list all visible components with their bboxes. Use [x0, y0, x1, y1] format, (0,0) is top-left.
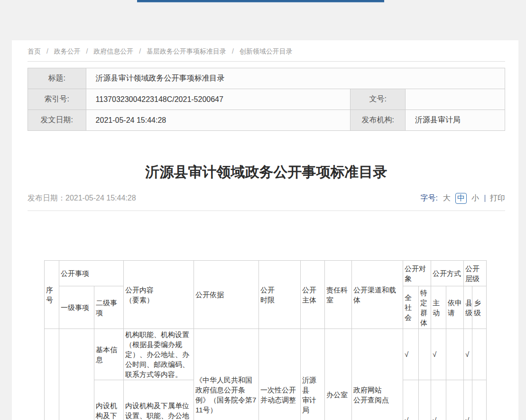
col-header-department: 责任科 室 — [325, 261, 352, 329]
cell-level2-item: 基本信 息 — [94, 329, 124, 380]
col-header-on-request: 依申 请 — [446, 286, 464, 329]
meta-agency-label: 发布机构: — [351, 110, 406, 131]
cell-content: 内设机构及下属单位设置、职能、办公地址、办公时间、联系方式、负责人姓名等 — [124, 380, 194, 420]
meta-title-value: 沂源县审计领域政务公开事项标准目录 — [86, 68, 505, 89]
breadcrumb-separator: / — [139, 47, 141, 55]
cell-content: 机构职能、机构设置（根据县委编办规定）、办公地址、办公时间、邮政编码、联系方式等… — [124, 329, 194, 380]
cell-on-request-check — [446, 380, 464, 420]
cell-time-limit: 一次性公开 并动态调整 — [259, 329, 301, 420]
page-title: 沂源县审计领域政务公开事项标准目录 — [28, 164, 505, 180]
font-size-medium-button[interactable]: 中 — [455, 193, 467, 204]
font-size-small-button[interactable]: 小 — [471, 193, 479, 203]
print-button[interactable]: 打印 — [490, 193, 505, 203]
cell-specific-group-check — [419, 380, 431, 420]
cell-county-check: √ — [464, 329, 472, 380]
meta-index-label: 索引号: — [28, 89, 86, 110]
cell-subject: 沂源县 审计局 — [301, 329, 325, 420]
breadcrumb-xinxi-gongkai[interactable]: 政府信息公开 — [93, 47, 133, 55]
col-header-serial: 序 号 — [45, 261, 59, 329]
meta-docnum-value — [405, 89, 505, 110]
font-size-controls: 字号: 大 中 小 打印 — [421, 193, 505, 204]
col-header-proactive: 主 动 — [431, 286, 446, 329]
col-header-content: 公开内容 （要素） — [124, 261, 194, 329]
publish-date: 发布日期：2021-05-24 15:44:28 — [28, 193, 136, 203]
cell-township-check — [472, 380, 487, 420]
breadcrumb-home[interactable]: 首页 — [28, 47, 41, 55]
document-meta-table: 标题: 沂源县审计领域政务公开事项标准目录 索引号: 1137032300422… — [28, 68, 505, 131]
cell-county-check: √ — [464, 380, 472, 420]
breadcrumb-separator: / — [86, 47, 88, 55]
meta-docnum-label: 文号: — [351, 89, 406, 110]
col-header-subject: 公开 主体 — [301, 261, 325, 329]
breadcrumb-biaozhun-mulu[interactable]: 基层政务公开事项标准目录 — [147, 47, 226, 55]
col-header-whole-society: 全社 会 — [403, 286, 419, 329]
cell-proactive-check: √ — [431, 380, 446, 420]
cell-serial — [45, 329, 59, 420]
font-size-large-button[interactable]: 大 — [443, 193, 451, 203]
col-header-level1-item: 一级事项 — [59, 286, 94, 329]
top-nav-bar-edge — [137, 0, 384, 2]
col-header-level2-item: 二级事 项 — [94, 286, 124, 329]
divider-line — [28, 210, 505, 211]
breadcrumb-zhengwu[interactable]: 政务公开 — [54, 47, 81, 55]
col-header-specific-group: 特 定 群 体 — [419, 286, 431, 329]
catalog-table: 序 号 公开事项 公开内容 （要素） 公开依据 公开 时限 公开 主体 责任科 … — [44, 260, 487, 420]
col-header-disclosure-items: 公开事项 — [59, 261, 124, 286]
cell-proactive-check: √ — [431, 329, 446, 380]
col-header-time-limit: 公开 时限 — [259, 261, 301, 329]
meta-title-label: 标题: — [28, 68, 86, 89]
col-header-county-level: 县 级 — [464, 286, 472, 329]
breadcrumb: 首页 / 政务公开 / 政府信息公开 / 基层政务公开事项标准目录 / 创新领域… — [28, 47, 505, 62]
font-size-label: 字号: — [421, 193, 438, 203]
cell-on-request-check — [446, 329, 464, 380]
meta-agency-value: 沂源县审计局 — [405, 110, 505, 131]
meta-date-value: 2021-05-24 15:44:28 — [86, 110, 351, 131]
breadcrumb-separator: / — [232, 47, 234, 55]
col-header-basis: 公开依据 — [194, 261, 259, 329]
content-panel: 首页 / 政务公开 / 政府信息公开 / 基层政务公开事项标准目录 / 创新领域… — [12, 40, 518, 420]
cell-level1-item — [59, 329, 94, 420]
cell-department: 办公室 — [325, 329, 352, 420]
cell-level2-item: 内设机构及下属事业单位 — [94, 380, 124, 420]
table-row: 基本信 息 机构职能、机构设置（根据县委编办规定）、办公地址、办公时间、邮政编码… — [45, 329, 487, 380]
cell-channel: 政府网站 公开查阅点 — [352, 329, 403, 420]
publish-date-value: 2021-05-24 15:44:28 — [65, 194, 136, 202]
cell-whole-society-check: √ — [403, 329, 419, 380]
col-header-audience: 公开对 象 — [403, 261, 431, 286]
publish-date-label: 发布日期： — [28, 194, 65, 202]
cell-township-check — [472, 329, 487, 380]
cell-basis: 《中华人民共和国政府信息公开条例》（国务院令第711号） — [194, 329, 259, 420]
col-header-township-level: 乡 级 — [472, 286, 487, 329]
col-header-method: 公开方式 — [431, 261, 464, 286]
cell-specific-group-check — [419, 329, 431, 380]
meta-index-value: 11370323004223148C/2021-5200647 — [86, 89, 351, 110]
meta-date-label: 发文日期: — [28, 110, 86, 131]
cell-whole-society-check: √ — [403, 380, 419, 420]
divider — [485, 195, 485, 202]
col-header-channel: 公开渠道和载 体 — [352, 261, 403, 329]
breadcrumb-chuangxin-lingyu[interactable]: 创新领域公开目录 — [240, 47, 293, 55]
col-header-level: 公开 层级 — [464, 261, 487, 286]
breadcrumb-separator: / — [46, 47, 48, 55]
